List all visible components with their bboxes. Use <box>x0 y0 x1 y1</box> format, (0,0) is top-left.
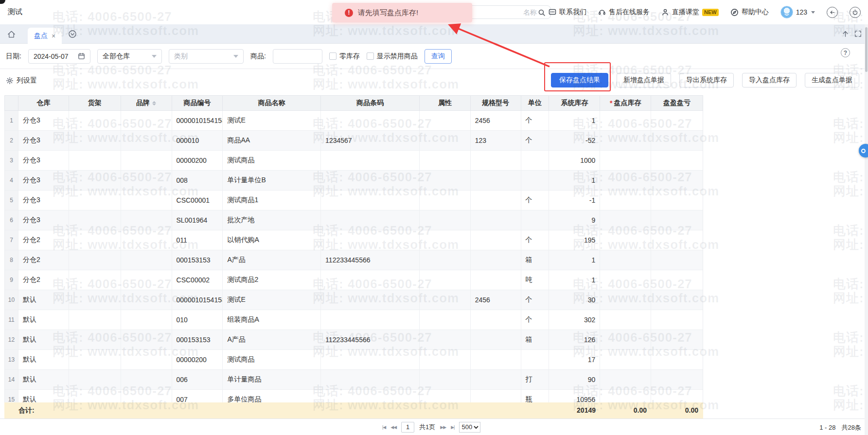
cell-attr <box>420 250 471 270</box>
cell-shelf <box>69 230 121 250</box>
save-check-result-button[interactable]: 保存盘点结果 <box>551 73 608 87</box>
checkbox-icon[interactable] <box>329 52 337 60</box>
product-input[interactable] <box>278 52 317 61</box>
cell-spec <box>471 191 521 210</box>
column-header-no <box>5 96 18 110</box>
tab-inventory-check[interactable]: 盘点 × <box>28 28 62 44</box>
cell-attr <box>420 310 471 330</box>
column-settings-button[interactable]: 列设置 <box>6 76 37 85</box>
cell-check[interactable] <box>600 191 651 210</box>
next-page-button[interactable]: ▶▶ <box>440 425 446 430</box>
cell-diff <box>651 230 703 250</box>
cell-warehouse: 默认 <box>18 350 69 369</box>
table-row[interactable]: 5分仓3CSC00001测试商品1个-1 <box>5 191 703 210</box>
cell-check[interactable] <box>600 390 651 402</box>
table-row[interactable]: 13默认00000200测试商品17 <box>5 350 703 370</box>
cell-code: 011 <box>172 230 223 250</box>
cell-system: 90 <box>549 370 600 389</box>
cell-check[interactable] <box>600 310 651 330</box>
cell-check[interactable] <box>600 151 651 170</box>
cell-diff <box>651 310 703 330</box>
cell-check[interactable] <box>600 250 651 270</box>
cell-check[interactable] <box>600 131 651 150</box>
cell-check[interactable] <box>600 210 651 230</box>
cell-code: CSC00002 <box>172 270 223 290</box>
zero-stock-checkbox[interactable]: 零库存 <box>329 52 360 61</box>
cell-attr <box>420 390 471 402</box>
table-row[interactable]: 2分仓3000010商品AA1234567123个-52 <box>5 131 703 151</box>
export-system-stock-button[interactable]: 导出系统库存 <box>679 73 734 87</box>
table-row[interactable]: 15默认007多单位商品瓶10956 <box>5 390 703 402</box>
menu-contact-us[interactable]: 联系我们 <box>549 8 586 17</box>
cell-no: 2 <box>5 131 18 150</box>
assistant-float-button[interactable] <box>859 144 868 157</box>
column-header-brand[interactable]: 品牌 <box>121 96 172 110</box>
table-row[interactable]: 4分仓3008单计量单位B1 <box>5 171 703 191</box>
cell-check[interactable] <box>600 330 651 349</box>
watermark-text: 网址: www.tdxsoft.com <box>833 129 868 146</box>
menu-help-center[interactable]: 帮助中心 <box>730 8 769 17</box>
watermark-text: 电话: 4006-6500-27 <box>833 115 868 132</box>
cell-unit: 箱 <box>521 250 549 270</box>
checkbox-icon[interactable] <box>367 52 374 60</box>
help-icon[interactable]: ? <box>841 48 850 57</box>
cell-shelf <box>69 310 121 330</box>
table-row[interactable]: 12默认000153153A产品112233445566箱126 <box>5 330 703 350</box>
new-badge: NEW <box>702 9 719 16</box>
show-disabled-checkbox[interactable]: 显示禁用商品 <box>367 52 418 61</box>
tab-list-dropdown[interactable] <box>68 30 77 38</box>
menu-live-classroom[interactable]: 直播课堂 NEW <box>661 8 719 17</box>
column-header-unit: 单位 <box>521 96 549 110</box>
table-row[interactable]: 14默认006单计量商品打90 <box>5 370 703 390</box>
cell-barcode <box>321 390 420 402</box>
table-row[interactable]: 1分仓30000010154158测试E2456个1 <box>5 111 703 131</box>
prev-page-button[interactable]: ◀◀ <box>390 425 396 430</box>
cell-check[interactable] <box>600 370 651 389</box>
close-icon[interactable]: × <box>52 33 55 39</box>
table-row[interactable]: 6分仓3SL001964批次产地9 <box>5 210 703 230</box>
scrollbar-thumb[interactable] <box>865 27 868 72</box>
vertical-scrollbar[interactable] <box>865 24 868 435</box>
page-input[interactable] <box>401 422 414 433</box>
watermark-text: 网址: www.tdxsoft.com <box>833 343 868 360</box>
query-button[interactable]: 查询 <box>425 49 452 64</box>
cell-check[interactable] <box>600 171 651 190</box>
new-check-doc-button[interactable]: 新增盘点单据 <box>617 73 671 87</box>
page-size-select[interactable]: 500 <box>459 422 480 433</box>
table-row[interactable]: 7分仓2011以销代购A个195 <box>5 230 703 250</box>
date-picker[interactable]: 2024-05-07 <box>28 49 90 64</box>
cell-check[interactable] <box>600 290 651 310</box>
cell-name: 测试商品 <box>223 350 321 369</box>
cell-brand <box>121 350 172 369</box>
cell-check[interactable] <box>600 230 651 250</box>
generate-check-doc-button[interactable]: 生成盘点单据 <box>805 73 859 87</box>
pagination-bar: |◀ ◀◀ 共1页 ▶▶ ▶| 500 1 - 28共28条 <box>0 418 868 435</box>
cell-code: CSC00001 <box>172 191 223 210</box>
back-button[interactable] <box>827 7 838 18</box>
back-to-top-button[interactable] <box>841 30 850 38</box>
table-row[interactable]: 11默认010组装商品A个302 <box>5 310 703 330</box>
home-tab[interactable] <box>7 30 16 39</box>
chevron-down-icon <box>152 55 157 58</box>
category-select[interactable]: 类别 <box>169 49 244 64</box>
user-menu[interactable]: 123 <box>780 6 815 18</box>
cell-check[interactable] <box>600 270 651 290</box>
last-page-button[interactable]: ▶| <box>451 425 454 430</box>
logout-button[interactable] <box>850 7 861 18</box>
chevron-down-icon <box>811 11 815 14</box>
table-row[interactable]: 9分仓2CSC00002测试商品2吨1 <box>5 270 703 290</box>
cell-check[interactable] <box>600 350 651 369</box>
product-input-box[interactable] <box>273 49 322 64</box>
table-row[interactable]: 10默认0000010154158测试E2456个30 <box>5 290 703 310</box>
table-row[interactable]: 8分仓2000153153A产品112233445566箱1 <box>5 250 703 270</box>
import-check-stock-button[interactable]: 导入盘点库存 <box>742 73 797 87</box>
warehouse-select[interactable]: 全部仓库 <box>97 49 162 64</box>
cell-check[interactable] <box>600 111 651 130</box>
fullscreen-button[interactable] <box>854 30 862 38</box>
sort-icon[interactable] <box>152 101 156 105</box>
cell-diff <box>651 370 703 389</box>
first-page-button[interactable]: |◀ <box>382 425 386 430</box>
cell-attr <box>420 171 471 190</box>
menu-after-sales-service[interactable]: 售后在线服务 <box>598 8 650 17</box>
table-row[interactable]: 3分仓300000200测试商品1000 <box>5 151 703 171</box>
